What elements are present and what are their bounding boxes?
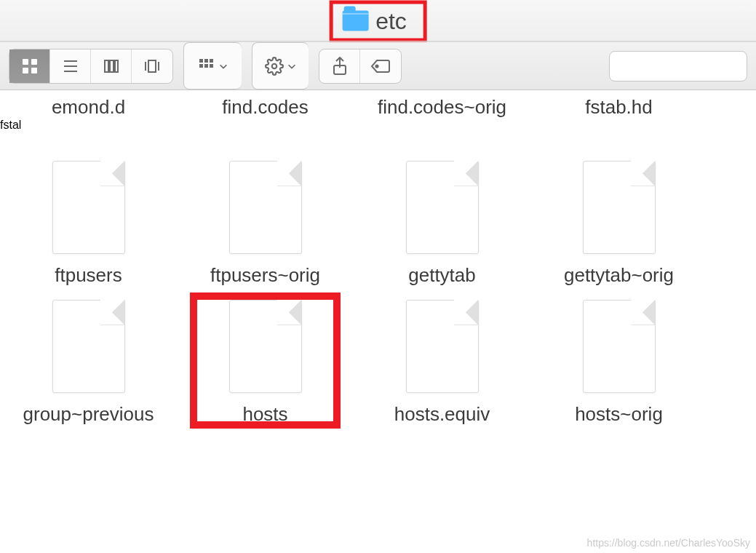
file-label[interactable]: find.codes	[177, 96, 354, 119]
svg-rect-10	[148, 60, 156, 72]
document-icon	[583, 161, 656, 254]
svg-point-21	[375, 65, 378, 67]
file-label: group~previous	[23, 403, 154, 426]
folder-name: etc	[375, 7, 407, 34]
file-label-cut[interactable]: fstal	[0, 119, 21, 131]
svg-rect-2	[23, 68, 28, 73]
file-label[interactable]: emond.d	[0, 96, 177, 119]
file-item[interactable]: hosts.equiv	[354, 300, 530, 426]
document-icon	[406, 300, 479, 393]
columns-icon	[103, 57, 120, 75]
arrange-dropdown[interactable]	[183, 42, 242, 89]
svg-rect-9	[115, 60, 118, 72]
document-icon	[229, 300, 302, 393]
svg-rect-18	[210, 64, 213, 68]
svg-rect-16	[199, 64, 203, 68]
document-icon	[406, 161, 479, 254]
svg-rect-3	[31, 68, 37, 73]
file-row: group~previous hosts hosts.equiv hosts~o…	[0, 300, 756, 426]
document-icon	[52, 161, 125, 254]
chevron-down-icon	[218, 61, 228, 71]
grid-icon	[21, 57, 39, 75]
share-tag-group	[319, 49, 402, 84]
svg-rect-15	[210, 59, 213, 63]
file-item[interactable]: ftpusers~orig	[177, 161, 354, 287]
document-icon	[229, 161, 302, 254]
gear-icon	[265, 57, 284, 76]
window-title: etc	[329, 0, 427, 41]
action-dropdown[interactable]	[252, 42, 309, 89]
folder-icon	[342, 11, 368, 31]
file-label[interactable]: fstab.hd	[530, 96, 707, 119]
view-list-button[interactable]	[50, 49, 91, 83]
svg-rect-14	[204, 59, 208, 63]
file-label: hosts.equiv	[394, 403, 490, 426]
file-label: hosts	[242, 403, 287, 426]
svg-rect-17	[204, 64, 208, 68]
file-item-hosts[interactable]: hosts	[177, 300, 354, 426]
share-icon	[331, 57, 349, 76]
tag-icon	[370, 58, 391, 74]
file-item[interactable]: ftpusers	[0, 161, 177, 287]
finder-toolbar	[0, 42, 756, 90]
view-mode-segmented	[9, 49, 173, 84]
svg-rect-1	[31, 59, 37, 65]
file-item[interactable]: hosts~orig	[530, 300, 707, 426]
document-icon	[52, 300, 125, 393]
coverflow-icon	[143, 57, 162, 75]
view-icon-button[interactable]	[9, 49, 50, 83]
file-label: gettytab	[408, 264, 476, 287]
window-titlebar: etc	[0, 0, 756, 42]
view-coverflow-button[interactable]	[132, 49, 172, 83]
share-button[interactable]	[319, 49, 360, 83]
file-row: ftpusers ftpusers~orig gettytab gettytab…	[0, 161, 756, 287]
file-label[interactable]: find.codes~orig	[354, 96, 530, 119]
file-label: gettytab~orig	[564, 264, 674, 287]
file-row-partial: emond.d find.codes find.codes~orig fstab…	[0, 90, 756, 119]
svg-point-19	[271, 63, 276, 68]
list-icon	[62, 57, 79, 75]
arrange-icon	[198, 57, 215, 75]
svg-rect-0	[23, 59, 28, 65]
svg-rect-7	[105, 60, 108, 72]
file-item[interactable]: gettytab~orig	[530, 161, 707, 287]
file-icon-view[interactable]: emond.d find.codes find.codes~orig fstab…	[0, 90, 756, 553]
file-label: ftpusers	[55, 264, 122, 287]
file-label: ftpusers~orig	[210, 264, 320, 287]
svg-rect-13	[199, 59, 203, 63]
file-item[interactable]: group~previous	[0, 300, 177, 426]
chevron-down-icon	[287, 61, 297, 71]
watermark: https://blog.csdn.net/CharlesYooSky	[587, 537, 750, 549]
view-column-button[interactable]	[91, 49, 132, 83]
file-label: hosts~orig	[575, 403, 663, 426]
edit-tags-button[interactable]	[360, 49, 401, 83]
file-item[interactable]: gettytab	[354, 161, 530, 287]
document-icon	[583, 300, 656, 393]
svg-rect-8	[110, 60, 114, 72]
search-field[interactable]	[609, 51, 747, 81]
